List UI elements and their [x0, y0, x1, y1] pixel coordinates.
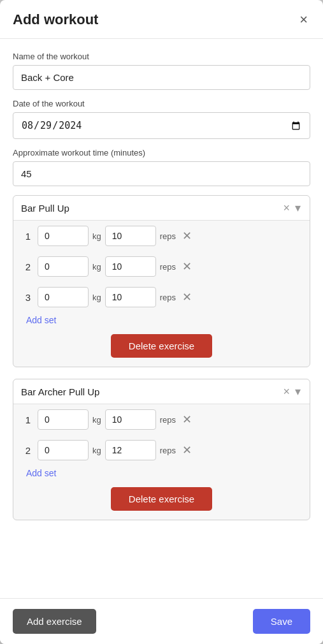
add-exercise-button[interactable]: Add exercise [13, 609, 96, 634]
exercise-collapse-button-1[interactable]: ▾ [292, 202, 303, 214]
set-reps-input-2-2[interactable] [105, 440, 156, 460]
set-delete-button-2-1[interactable]: ✕ [181, 414, 193, 425]
workout-name-input[interactable] [13, 65, 310, 90]
weight-unit: kg [92, 446, 101, 455]
set-delete-button-1-1[interactable]: ✕ [181, 230, 193, 242]
exercise-card-1: × ▾ 1 kg reps ✕ 2 kg reps ✕ 3 [13, 195, 310, 367]
exercise-collapse-button-2[interactable]: ▾ [292, 386, 303, 397]
add-set-button-2[interactable]: Add set [13, 465, 65, 479]
close-button[interactable]: × [297, 11, 310, 28]
reps-label: reps [160, 446, 176, 455]
set-row-2-1: 1 kg reps ✕ [13, 404, 310, 435]
weight-unit: kg [92, 262, 101, 272]
modal-body: Name of the workout Date of the workout … [0, 39, 323, 598]
add-workout-modal: Add workout × Name of the workout Date o… [0, 0, 323, 644]
date-label: Date of the workout [13, 99, 310, 108]
workout-date-input[interactable] [13, 112, 310, 139]
reps-label: reps [160, 415, 176, 425]
set-weight-input-1-2[interactable] [38, 256, 89, 277]
time-label: Approximate workout time (minutes) [13, 148, 310, 157]
set-number: 2 [22, 261, 34, 272]
set-row-1-1: 1 kg reps ✕ [13, 221, 310, 251]
exercise-header-2: × ▾ [13, 379, 310, 404]
weight-unit: kg [92, 231, 101, 241]
weight-unit: kg [92, 293, 101, 302]
weight-unit: kg [92, 415, 101, 425]
workout-time-input[interactable] [13, 161, 310, 186]
modal-footer: Add exercise Save [0, 598, 323, 644]
set-row-1-3: 3 kg reps ✕ [13, 282, 310, 312]
modal-header: Add workout × [0, 0, 323, 39]
name-label: Name of the workout [13, 52, 310, 61]
save-button[interactable]: Save [253, 609, 310, 634]
exercise-card-2: × ▾ 1 kg reps ✕ 2 kg reps ✕ Add set Dele… [13, 379, 310, 520]
delete-exercise-button-2[interactable]: Delete exercise [111, 487, 212, 511]
set-reps-input-1-2[interactable] [105, 256, 156, 277]
delete-exercise-button-1[interactable]: Delete exercise [111, 334, 212, 358]
set-number: 1 [22, 414, 34, 425]
reps-label: reps [160, 231, 176, 241]
set-row-1-2: 2 kg reps ✕ [13, 251, 310, 282]
set-reps-input-1-3[interactable] [105, 287, 156, 307]
set-delete-button-1-2[interactable]: ✕ [181, 261, 193, 272]
set-reps-input-2-1[interactable] [105, 409, 156, 430]
set-number: 3 [22, 292, 34, 303]
set-reps-input-1-1[interactable] [105, 226, 156, 246]
set-weight-input-1-3[interactable] [38, 287, 89, 307]
set-number: 2 [22, 445, 34, 456]
exercise-name-input-2[interactable] [21, 386, 280, 397]
exercise-name-input-1[interactable] [21, 203, 280, 214]
set-weight-input-2-1[interactable] [38, 409, 89, 430]
set-delete-button-2-2[interactable]: ✕ [181, 444, 193, 456]
modal-title: Add workout [13, 11, 98, 28]
set-row-2-2: 2 kg reps ✕ [13, 435, 310, 465]
set-weight-input-2-2[interactable] [38, 440, 89, 460]
reps-label: reps [160, 262, 176, 272]
exercise-clear-button-1[interactable]: × [280, 202, 292, 214]
add-set-button-1[interactable]: Add set [13, 312, 65, 326]
exercise-header-1: × ▾ [13, 196, 310, 221]
reps-label: reps [160, 293, 176, 302]
set-delete-button-1-3[interactable]: ✕ [181, 291, 193, 303]
exercise-clear-button-2[interactable]: × [280, 386, 292, 397]
set-weight-input-1-1[interactable] [38, 226, 89, 246]
set-number: 1 [22, 231, 34, 242]
